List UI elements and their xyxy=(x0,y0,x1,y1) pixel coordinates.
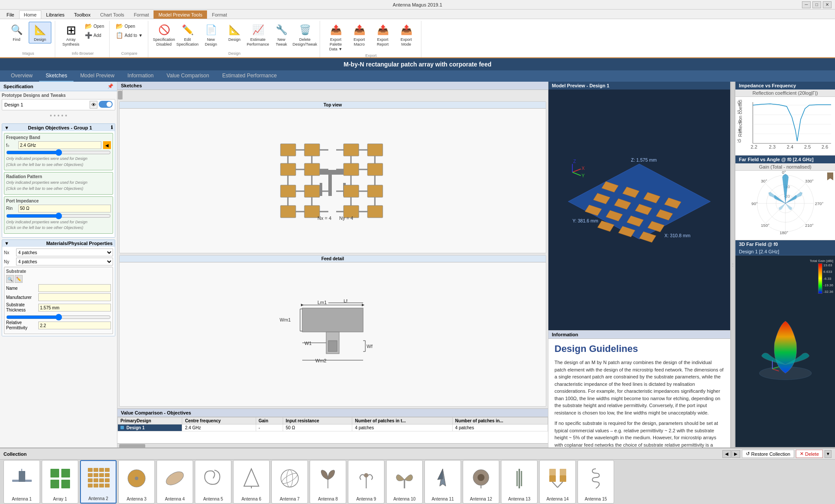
sub-thickness-slider[interactable] xyxy=(6,315,111,319)
export-palette-button[interactable]: 📤 ExportPalette Data ▼ xyxy=(324,22,347,53)
collection-item-antenna14[interactable]: Antenna 14 xyxy=(539,460,576,504)
fs-orange-btn[interactable]: ◀ xyxy=(103,141,111,149)
collection-item-antenna8[interactable]: Antenna 8 xyxy=(310,460,346,504)
freq-hint2: (Click on the left bar to see other Obje… xyxy=(6,162,111,168)
tab-chart-format[interactable]: Format xyxy=(129,10,154,19)
minimize-button[interactable]: ─ xyxy=(802,1,811,8)
sub-rel-input[interactable] xyxy=(38,322,111,329)
tab-overview[interactable]: Overview xyxy=(4,70,39,82)
spec-disabled-button[interactable]: 🚫 SpecificationDisabled xyxy=(153,22,175,48)
estimate-button[interactable]: 📈 EstimatePerformance xyxy=(247,22,269,48)
svg-rect-170 xyxy=(560,475,566,482)
restore-collection-button[interactable]: ↺ Restore Collection xyxy=(742,450,794,458)
bookmark-icon[interactable] xyxy=(827,172,833,180)
collection-item-antenna15[interactable]: Antenna 15 xyxy=(578,460,614,504)
feed-line-main xyxy=(328,174,332,196)
panel-divider[interactable]: ⋮ xyxy=(731,82,735,448)
rin-slider[interactable] xyxy=(6,214,111,218)
open-button[interactable]: 📂 Open xyxy=(83,22,106,30)
sub-thickness-input[interactable] xyxy=(38,304,111,312)
tab-file[interactable]: File xyxy=(2,10,19,19)
rin-input[interactable] xyxy=(18,205,111,212)
collection-item-antenna11[interactable]: Antenna 11 xyxy=(424,460,461,504)
design-action-button[interactable]: 📐 Design xyxy=(223,22,246,43)
new-design-button[interactable]: 📄 NewDesign xyxy=(200,22,222,48)
collection-prev-button[interactable]: ◀ xyxy=(722,450,731,458)
delete-collection-button[interactable]: ✕ Delete xyxy=(796,450,823,458)
tab-model-preview-tools[interactable]: Model Preview Tools xyxy=(154,10,207,19)
design-button[interactable]: 📐 Design xyxy=(29,22,51,43)
delete-design-button[interactable]: 🗑️ DeleteDesign/Tweak xyxy=(294,22,316,48)
open2-button[interactable]: 📂 Open xyxy=(114,22,144,30)
tab-model-preview[interactable]: Model Preview xyxy=(73,70,121,82)
collection-menu-button[interactable]: ▼ xyxy=(825,450,832,458)
objectives-info-icon[interactable]: ℹ xyxy=(111,125,113,130)
collection-item-antenna9[interactable]: Antenna 9 xyxy=(348,460,384,504)
collection-item-antenna7[interactable]: Antenna 7 xyxy=(271,460,308,504)
collection-item-antenna4[interactable]: Antenna 4 xyxy=(157,460,193,504)
sub-mfr-input[interactable] xyxy=(38,293,111,301)
tab-libraries[interactable]: Libraries xyxy=(41,10,69,19)
collection-item-antenna3[interactable]: Antenna 3 xyxy=(118,460,155,504)
materials-collapse-icon[interactable]: ▼ xyxy=(4,241,9,246)
ribbon-group-export: 📤 ExportPalette Data ▼ 📤 ExportMacro 📤 E… xyxy=(321,21,421,57)
tab-home[interactable]: Home xyxy=(19,10,41,19)
nx-label-svg: Nx = 4 xyxy=(317,216,331,221)
fs-slider[interactable] xyxy=(6,150,111,155)
export-mode-button[interactable]: 📤 ExportMode xyxy=(395,22,418,48)
close-button[interactable]: ✕ xyxy=(823,1,832,8)
export-palette-icon: 📤 xyxy=(329,23,343,37)
objectives-collapse-icon[interactable]: ▼ xyxy=(4,125,9,130)
collection-item-antenna10[interactable]: Antenna 10 xyxy=(386,460,423,504)
array1-icon xyxy=(42,461,78,497)
tab-toolbox[interactable]: Toolbox xyxy=(69,10,95,19)
array-synthesis-button[interactable]: ⊞ ArraySynthesis xyxy=(60,22,82,48)
tab-estimated-performance[interactable]: Estimated Performance xyxy=(216,70,283,82)
collection-item-antenna5[interactable]: Antenna 5 xyxy=(195,460,231,504)
tab-value-comparison[interactable]: Value Comparison xyxy=(160,70,216,82)
collection-item-antenna12[interactable]: Antenna 12 xyxy=(463,460,499,504)
collection-item-antenna1[interactable]: Antenna 1 xyxy=(3,460,40,504)
sub-name-input[interactable] xyxy=(38,284,111,292)
svg-rect-137 xyxy=(94,468,98,472)
maximize-button[interactable]: □ xyxy=(812,1,821,8)
spec-pin-icon[interactable]: 📌 xyxy=(107,83,114,89)
ny-select[interactable]: 4 patches 2 patches 8 patches xyxy=(16,258,113,265)
collection-item-antenna2[interactable]: Antenna 2 xyxy=(80,460,117,504)
sketches-scrollbar-v[interactable] xyxy=(117,90,123,99)
tab-model-format[interactable]: Format xyxy=(207,10,232,19)
axes-indicator: X Y Z xyxy=(572,159,584,178)
svg-point-159 xyxy=(287,470,293,487)
substrate-search-icon[interactable]: 🔍 xyxy=(6,275,14,283)
vc-table: PrimaryDesign Centre frequency Gain Inpu… xyxy=(117,417,548,443)
fs-input[interactable] xyxy=(18,141,101,149)
svg-text:2.3: 2.3 xyxy=(769,144,775,149)
vc-scrollbar-h[interactable] xyxy=(117,443,548,448)
collection-items: Antenna 1 Array 1 xyxy=(0,460,835,504)
edit-spec-button[interactable]: ✏️ EditSpecification xyxy=(176,22,199,48)
substrate-edit-icon[interactable]: ✏️ xyxy=(15,275,23,283)
add-to-button[interactable]: 📋 Add to ▼ xyxy=(114,31,144,40)
antenna4-icon xyxy=(157,461,193,497)
tab-chart-tools[interactable]: Chart Tools xyxy=(95,10,129,19)
design1-visibility-button[interactable]: 👁 xyxy=(90,101,97,109)
collection-item-array1[interactable]: Array 1 xyxy=(42,460,78,504)
tab-sketches[interactable]: Sketches xyxy=(39,70,73,82)
tab-information[interactable]: Information xyxy=(121,70,160,82)
export-macro-button[interactable]: 📤 ExportMacro xyxy=(348,22,371,48)
nx-select[interactable]: 4 patches 2 patches 8 patches xyxy=(16,249,113,256)
find-button[interactable]: 🔍 Find xyxy=(5,22,28,43)
collection-item-antenna6[interactable]: Antenna 6 xyxy=(233,460,270,504)
svg-text:Wm1: Wm1 xyxy=(280,317,291,322)
svg-text:2.5: 2.5 xyxy=(804,144,811,149)
design1-toggle[interactable] xyxy=(99,101,113,108)
center-panel: Sketches Top view xyxy=(117,82,548,448)
sketches-header: Sketches xyxy=(117,82,548,90)
new-tweak-button[interactable]: 🔧 NewTweak xyxy=(270,22,293,48)
collection-item-antenna13[interactable]: Antenna 13 xyxy=(501,460,538,504)
antenna13-icon xyxy=(501,461,537,497)
port-impedance-label: Port Impedance xyxy=(6,199,111,203)
export-report-button[interactable]: 📤 ExportReport xyxy=(371,22,394,48)
collection-next-button[interactable]: ▶ xyxy=(731,450,740,458)
add-button[interactable]: ➕ Add xyxy=(83,31,106,40)
